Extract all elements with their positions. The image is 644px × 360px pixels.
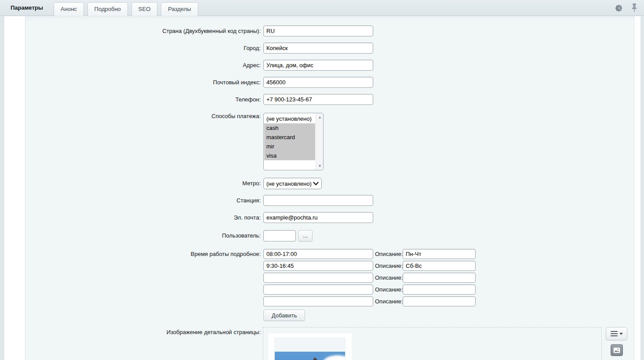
schedule-time-input[interactable] <box>263 296 373 306</box>
metro-select[interactable]: (не установлено) <box>263 178 322 189</box>
user-input[interactable] <box>263 230 296 241</box>
schedule-desc-input[interactable] <box>403 249 476 259</box>
payment-option[interactable]: mir <box>264 142 315 151</box>
image-thumbnail-card[interactable] <box>268 333 352 360</box>
email-input[interactable] <box>263 212 373 223</box>
detail-image-label: Изображение детальной страницы: <box>25 328 261 336</box>
add-row-button[interactable]: Добавить <box>263 310 305 321</box>
payment-label: Способы платежа: <box>25 112 261 121</box>
payment-options: (не установлено) cash mastercard mir vis… <box>264 114 315 160</box>
image-menu-button[interactable] <box>606 327 627 340</box>
phone-label: Телефон: <box>25 94 261 105</box>
tab-details[interactable]: Подробно <box>87 2 128 16</box>
schedule-desc-label: Описание: <box>375 249 401 259</box>
schedule-time-input[interactable] <box>263 284 373 295</box>
tab-announce[interactable]: Анонс <box>54 2 84 16</box>
zip-input[interactable] <box>263 77 373 88</box>
payment-option[interactable]: visa <box>264 151 315 160</box>
image-icon <box>613 347 620 353</box>
schedule-time-input[interactable] <box>263 273 373 283</box>
content-panel: Страна (Двухбуквенный код страны): Город… <box>4 16 640 360</box>
user-browse-button[interactable]: ... <box>298 230 313 241</box>
image-mode-button[interactable] <box>611 344 623 356</box>
country-input[interactable] <box>263 25 373 36</box>
tab-parameters[interactable]: Параметры <box>4 0 50 16</box>
metro-selected-value: (не установлено) <box>266 180 313 187</box>
schedule-desc-label: Описание: <box>375 284 401 295</box>
scroll-down-icon[interactable]: ▼ <box>316 162 324 169</box>
schedule-desc-input[interactable] <box>403 273 476 283</box>
schedule-desc-input[interactable] <box>403 261 476 271</box>
phone-input[interactable] <box>263 94 373 105</box>
schedule-desc-label: Описание: <box>375 273 401 283</box>
chevron-down-icon <box>313 182 319 186</box>
cloud-shape <box>322 355 345 360</box>
gear-icon[interactable] <box>615 3 623 13</box>
country-label: Страна (Двухбуквенный код страны): <box>25 25 261 36</box>
station-label: Станция: <box>25 195 261 206</box>
metro-label: Метро: <box>25 178 261 189</box>
payment-listbox[interactable]: (не установлено) cash mastercard mir vis… <box>263 113 324 170</box>
email-label: Эл. почта: <box>25 212 261 223</box>
tab-actions <box>615 3 639 13</box>
schedule-label: Время работы подробное: <box>25 249 261 259</box>
tab-list: Параметры Анонс Подробно SEO Разделы <box>0 0 644 16</box>
city-input[interactable] <box>263 43 373 54</box>
payment-option[interactable]: (не установлено) <box>264 114 315 123</box>
zip-label: Почтовый индекс: <box>25 77 261 88</box>
schedule-time-input[interactable] <box>263 249 373 259</box>
schedule-desc-input[interactable] <box>403 284 476 295</box>
pushpin-icon[interactable] <box>630 3 639 13</box>
edit-form: Страна (Двухбуквенный код страны): Город… <box>25 16 634 360</box>
caret-down-icon <box>619 333 623 335</box>
menu-icon <box>611 331 618 336</box>
image-dropzone[interactable] <box>263 327 602 360</box>
scroll-up-icon[interactable]: ▲ <box>316 114 324 121</box>
address-label: Адрес: <box>25 60 261 71</box>
listbox-scrollbar[interactable]: ▲ ▼ <box>316 113 323 170</box>
schedule-time-input[interactable] <box>263 261 373 271</box>
address-input[interactable] <box>263 60 373 71</box>
detail-image-preview <box>275 352 345 360</box>
schedule-desc-label: Описание: <box>375 261 401 271</box>
tab-sections[interactable]: Разделы <box>161 2 198 16</box>
payment-option[interactable]: mastercard <box>264 133 315 142</box>
tab-bar: Параметры Анонс Подробно SEO Разделы <box>0 0 644 16</box>
schedule-desc-label: Описание: <box>375 296 401 306</box>
city-label: Город: <box>25 43 261 54</box>
station-input[interactable] <box>263 195 373 206</box>
image-thumbnail-frame <box>274 338 346 360</box>
schedule-desc-input[interactable] <box>403 296 476 306</box>
tab-seo[interactable]: SEO <box>131 2 157 16</box>
payment-option[interactable]: cash <box>264 123 315 133</box>
user-label: Пользователь: <box>25 230 261 241</box>
